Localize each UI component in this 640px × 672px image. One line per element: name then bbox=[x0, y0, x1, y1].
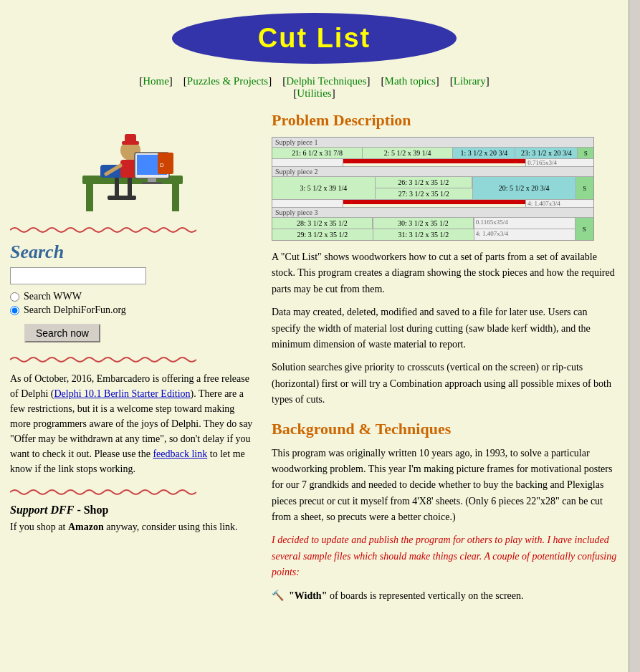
cut-cell-3-5: S bbox=[575, 218, 593, 240]
delphi-link[interactable]: Delphi 10.1 Berlin Starter Edition bbox=[54, 388, 190, 399]
title-oval: Cut List bbox=[172, 13, 457, 64]
wavy-line-2 bbox=[10, 355, 196, 364]
cut-label-2: 4: 1.407x3/4 bbox=[525, 200, 593, 207]
left-text-content: As of October, 2016, Embarcadero is offe… bbox=[10, 371, 254, 476]
cut-cell-3-1a: 28: 3 1/2 x 35 1/2 bbox=[272, 218, 373, 229]
scrollbar[interactable] bbox=[629, 0, 640, 672]
svg-rect-5 bbox=[128, 178, 132, 196]
cut-cell-2-1: 3: 5 1/2 x 39 1/4 bbox=[272, 177, 376, 199]
nav-math[interactable]: Math topics bbox=[385, 75, 436, 87]
cut-cell-3-2b: 31: 3 1/2 x 35 1/2 bbox=[373, 229, 474, 240]
radio-www[interactable] bbox=[10, 292, 19, 302]
nav-home[interactable]: Home bbox=[143, 75, 169, 87]
cut-red-bar-1 bbox=[343, 159, 525, 163]
search-now-button[interactable]: Search now bbox=[24, 324, 100, 342]
amazon-text: Amazon bbox=[68, 522, 104, 532]
problem-desc-2: Data may created, deleted, modified and … bbox=[272, 304, 618, 352]
cut-cell-3-1b: 29: 3 1/2 x 35 1/2 bbox=[272, 229, 373, 240]
cut-row-2a: 3: 5 1/2 x 39 1/4 26: 3 1/2 x 35 1/2 27:… bbox=[272, 177, 593, 200]
bg-para-2: I decided to update and publish the prog… bbox=[272, 532, 618, 580]
wavy-line-3 bbox=[10, 488, 196, 496]
search-section: Search Search WWW Search DelphiForFun.or… bbox=[10, 241, 254, 348]
bg-para-3-text: of boards is represented vertically on t… bbox=[330, 590, 524, 601]
nav-delphi[interactable]: Delphi Techniques bbox=[286, 75, 366, 87]
search-input[interactable] bbox=[10, 267, 146, 284]
svg-rect-15 bbox=[148, 178, 156, 182]
problem-desc-3: Solution searches give priority to cross… bbox=[272, 360, 618, 408]
svg-rect-4 bbox=[115, 178, 119, 196]
header: Cut List [Home] [Puzzles & Projects] [De… bbox=[0, 0, 629, 104]
background-title: Background & Techniques bbox=[272, 420, 618, 438]
search-input-wrapper[interactable] bbox=[10, 267, 254, 289]
logo-image: D bbox=[79, 111, 186, 219]
cut-red-1 bbox=[272, 159, 343, 166]
cut-cell-3-2a: 30: 3 1/2 x 35 1/2 bbox=[373, 218, 474, 229]
cut-small-2: 4: 1.407x3/4 bbox=[474, 229, 575, 240]
cut-cell-1-5: S bbox=[578, 148, 593, 158]
bg-para-3: 🔨 "Width" of boards is represented verti… bbox=[272, 588, 618, 604]
hammer-icon: 🔨 bbox=[272, 590, 284, 601]
nav-links: [Home] [Puzzles & Projects] [Delphi Tech… bbox=[0, 75, 629, 100]
problem-title: Problem Description bbox=[272, 111, 618, 130]
page-title: Cut List bbox=[258, 23, 371, 53]
width-bold: "Width" bbox=[287, 590, 328, 601]
support-dff: Support DFF bbox=[10, 504, 74, 516]
svg-rect-16 bbox=[142, 182, 162, 184]
cut-row-3a: 28: 3 1/2 x 35 1/2 29: 3 1/2 x 35 1/2 30… bbox=[272, 218, 593, 240]
cut-small-1: 0.1165x35/4 bbox=[474, 218, 575, 229]
nav-utilities[interactable]: Utilities bbox=[297, 87, 331, 99]
main-content: D Search Search WWW Search DelphiForFun.… bbox=[0, 104, 629, 618]
supply-label-3: Supply piece 3 bbox=[272, 208, 593, 218]
svg-rect-1 bbox=[86, 184, 93, 211]
left-column: D Search Search WWW Search DelphiForFun.… bbox=[0, 111, 262, 611]
cut-cell-3-mid: 30: 3 1/2 x 35 1/2 31: 3 1/2 x 35 1/2 bbox=[373, 218, 474, 240]
cut-cell-2-2a: 26: 3 1/2 x 35 1/2 bbox=[376, 177, 472, 188]
cut-cell-2-mid: 26: 3 1/2 x 35 1/2 27: 3 1/2 x 35 1/2 bbox=[376, 177, 473, 199]
radio-www-row[interactable]: Search WWW bbox=[10, 291, 254, 302]
svg-rect-10 bbox=[125, 134, 136, 143]
radio-www-label: Search WWW bbox=[24, 291, 82, 302]
cut-red-bar-2 bbox=[343, 200, 525, 204]
cut-label-1: 0.7165x3/4 bbox=[525, 159, 593, 166]
supply-label-2: Supply piece 2 bbox=[272, 167, 593, 177]
radio-dff-label: Search DelphiForFun.org bbox=[24, 304, 126, 316]
cut-red-2 bbox=[272, 200, 343, 207]
svg-rect-2 bbox=[172, 184, 179, 211]
problem-desc-1: A "Cut List" shows woodworkers how to cu… bbox=[272, 249, 618, 297]
cut-row-2b: 4: 1.407x3/4 bbox=[272, 200, 593, 208]
cut-row-1b: 0.7165x3/4 bbox=[272, 159, 593, 167]
nav-library[interactable]: Library bbox=[454, 75, 486, 87]
cut-cell-1-3: 1: 3 1/2 x 20 3/4 bbox=[453, 148, 515, 158]
wavy-line-1 bbox=[10, 226, 196, 234]
search-heading: Search bbox=[10, 241, 254, 263]
cut-row-1a: 21: 6 1/2 x 31 7/8 2: 5 1/2 x 39 1/4 1: … bbox=[272, 148, 593, 159]
cut-cell-3-left: 28: 3 1/2 x 35 1/2 29: 3 1/2 x 35 1/2 bbox=[272, 218, 373, 240]
support-section: Support DFF - Shop If you shop at Amazon… bbox=[10, 504, 254, 534]
cut-cell-2-2b: 27: 3 1/2 x 35 1/2 bbox=[376, 188, 472, 199]
radio-dff-row[interactable]: Search DelphiForFun.org bbox=[10, 304, 254, 316]
cut-cell-1-2: 2: 5 1/2 x 39 1/4 bbox=[363, 148, 453, 158]
cut-cell-3-right: 0.1165x35/4 4: 1.407x3/4 bbox=[474, 218, 575, 240]
radio-dff[interactable] bbox=[10, 306, 19, 315]
support-text: If you shop at Amazon anyway, consider u… bbox=[10, 519, 254, 534]
svg-text:D: D bbox=[160, 162, 164, 168]
nav-puzzles[interactable]: Puzzles & Projects bbox=[187, 75, 268, 87]
bg-para-1: This program was originally written 10 y… bbox=[272, 446, 618, 526]
svg-rect-6 bbox=[108, 196, 136, 200]
cut-cell-1-1: 21: 6 1/2 x 31 7/8 bbox=[272, 148, 363, 158]
feedback-link[interactable]: feedback link bbox=[153, 448, 207, 459]
cut-cell-1-4: 23: 3 1/2 x 20 3/4 bbox=[515, 148, 578, 158]
cut-cell-2-5: S bbox=[576, 177, 593, 199]
support-title: Support DFF - Shop bbox=[10, 504, 254, 517]
cut-cell-2-3: 20: 5 1/2 x 20 3/4 bbox=[473, 177, 576, 199]
right-column: Problem Description Supply piece 1 21: 6… bbox=[262, 111, 629, 611]
cut-diagram: Supply piece 1 21: 6 1/2 x 31 7/8 2: 5 1… bbox=[272, 137, 594, 241]
delphi-paragraph: As of October, 2016, Embarcadero is offe… bbox=[10, 371, 254, 476]
supply-label-1: Supply piece 1 bbox=[272, 138, 593, 148]
